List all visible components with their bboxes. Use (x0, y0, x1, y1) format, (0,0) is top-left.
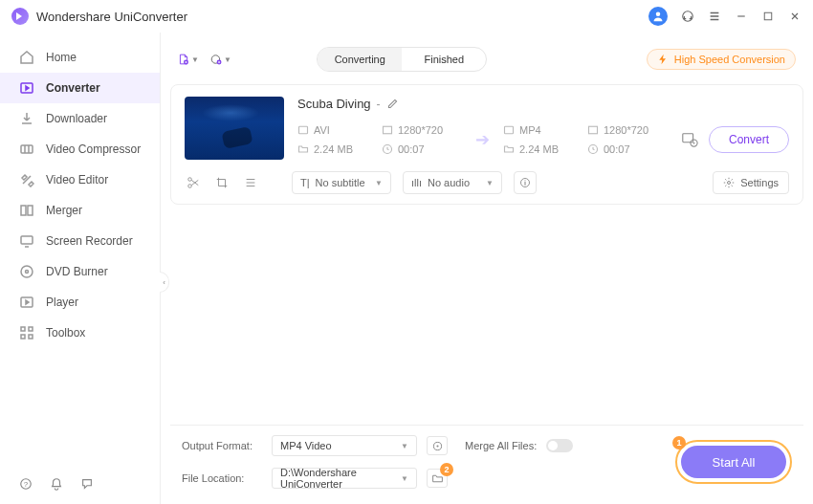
dst-size: 2.24 MB (503, 143, 578, 155)
start-all-button[interactable]: Start All (681, 446, 786, 478)
browse-folder-wrap: 2 (427, 469, 448, 488)
close-icon[interactable] (788, 10, 802, 23)
meta-grid: AVI 2.24 MB 1280*720 00:07 ➔ MP4 2.24 MB (297, 124, 789, 155)
output-format-label: Output Format: (182, 440, 262, 451)
dst-col-2: 1280*720 00:07 (587, 124, 668, 155)
start-all-highlight: 1 Start All (675, 440, 792, 484)
effect-icon[interactable] (242, 174, 259, 191)
sidebar-item-editor[interactable]: Video Editor (0, 164, 160, 195)
converter-icon (19, 80, 34, 96)
sidebar-item-label: Player (46, 296, 78, 309)
sidebar-item-label: Video Compressor (46, 142, 141, 156)
waveform-icon: ıllı (411, 177, 422, 188)
tab-finished[interactable]: Finished (402, 48, 486, 71)
downloader-icon (19, 111, 34, 126)
add-file-button[interactable]: ▼ (178, 49, 199, 70)
file-name: Scuba Diving (297, 97, 371, 111)
src-dur: 00:07 (382, 143, 462, 155)
sidebar-item-screen-recorder[interactable]: Screen Recorder (0, 226, 160, 256)
sidebar-item-toolbox[interactable]: Toolbox (0, 318, 160, 348)
edit-name-icon[interactable] (386, 98, 399, 110)
file-name-row: Scuba Diving - (297, 97, 789, 111)
add-url-button[interactable]: ▼ (210, 49, 231, 70)
svg-rect-11 (21, 327, 25, 331)
toolbox-icon (19, 325, 34, 340)
dst-format: MP4 (503, 124, 578, 136)
bottom-left: Output Format: MP4 Video▼ Merge All File… (182, 435, 573, 489)
subtitle-dropdown[interactable]: T|No subtitle▼ (292, 171, 391, 194)
sidebar-item-player[interactable]: Player (0, 287, 160, 318)
file-location-label: File Location: (182, 472, 262, 484)
sidebar-item-dvd-burner[interactable]: DVD Burner (0, 256, 160, 287)
dash: - (377, 98, 381, 111)
sidebar-item-label: Converter (46, 81, 100, 95)
app-title: Wondershare UniConverter (36, 10, 187, 24)
merge-toggle[interactable] (546, 439, 573, 452)
svg-point-29 (188, 185, 192, 188)
maximize-icon[interactable] (761, 10, 775, 23)
tool-row: T|No subtitle▼ ıllıNo audio▼ Settings (185, 171, 789, 194)
menu-icon[interactable] (708, 10, 721, 23)
item-settings-button[interactable]: Settings (713, 171, 789, 194)
file-location-dropdown[interactable]: D:\Wondershare UniConverter▼ (272, 468, 417, 489)
svg-point-30 (188, 178, 192, 182)
bottom-bar: Output Format: MP4 Video▼ Merge All File… (170, 425, 803, 504)
sidebar-item-label: Screen Recorder (46, 234, 133, 248)
svg-rect-2 (764, 12, 772, 20)
sidebar-item-home[interactable]: Home (0, 42, 160, 73)
screen-recorder-icon (19, 233, 34, 249)
trim-icon[interactable] (185, 174, 202, 191)
svg-rect-6 (28, 206, 33, 215)
merge-label: Merge All Files: (465, 440, 537, 451)
sidebar-item-downloader[interactable]: Downloader (0, 103, 160, 134)
file-item-card: Scuba Diving - AVI 2.24 MB 1280*720 00:0… (170, 84, 803, 205)
arrow-right-icon: ➔ (475, 129, 490, 150)
titlebar-right (648, 7, 802, 26)
audio-dropdown[interactable]: ıllıNo audio▼ (403, 171, 502, 194)
src-size: 2.24 MB (297, 143, 372, 155)
output-format-dropdown[interactable]: MP4 Video▼ (272, 435, 417, 456)
user-avatar[interactable] (648, 7, 668, 26)
bell-icon[interactable] (50, 477, 63, 491)
dst-dur: 00:07 (587, 143, 668, 155)
src-res: 1280*720 (382, 124, 462, 136)
callout-one: 1 (672, 436, 686, 449)
sidebar-item-merger[interactable]: Merger (0, 195, 160, 226)
svg-point-32 (728, 182, 731, 185)
convert-button[interactable]: Convert (709, 126, 789, 153)
titlebar: Wondershare UniConverter (0, 0, 813, 33)
svg-rect-12 (29, 327, 33, 331)
svg-rect-4 (21, 145, 33, 153)
sidebar-item-label: DVD Burner (46, 265, 108, 278)
bolt-icon (657, 54, 669, 65)
info-button[interactable] (514, 171, 537, 194)
merger-icon (19, 203, 34, 218)
high-speed-conversion-button[interactable]: High Speed Conversion (647, 49, 796, 70)
sidebar-item-label: Home (46, 51, 77, 64)
svg-rect-14 (29, 335, 33, 339)
svg-rect-21 (384, 126, 392, 134)
text-icon: T| (300, 177, 310, 188)
tabs: Converting Finished (317, 47, 487, 72)
callout-two: 2 (440, 463, 453, 476)
svg-rect-5 (21, 206, 26, 215)
dst-col-1: MP4 2.24 MB (503, 124, 578, 155)
tab-converting[interactable]: Converting (318, 48, 402, 71)
format-settings-icon[interactable] (427, 436, 448, 455)
help-icon[interactable]: ? (19, 477, 33, 491)
svg-point-0 (656, 12, 661, 17)
feedback-icon[interactable] (80, 477, 94, 491)
svg-point-34 (436, 445, 438, 447)
sidebar-item-label: Downloader (46, 112, 107, 125)
svg-rect-24 (589, 126, 598, 134)
sidebar-item-converter[interactable]: Converter (0, 73, 160, 103)
sidebar-item-compressor[interactable]: Video Compressor (0, 134, 160, 164)
support-icon[interactable] (681, 10, 694, 23)
minimize-icon[interactable] (735, 10, 748, 23)
video-thumbnail[interactable] (185, 97, 284, 160)
crop-icon[interactable] (213, 174, 231, 191)
player-icon (19, 295, 34, 310)
output-settings-icon[interactable] (681, 131, 698, 148)
svg-point-8 (21, 266, 33, 277)
high-speed-label: High Speed Conversion (674, 54, 785, 65)
